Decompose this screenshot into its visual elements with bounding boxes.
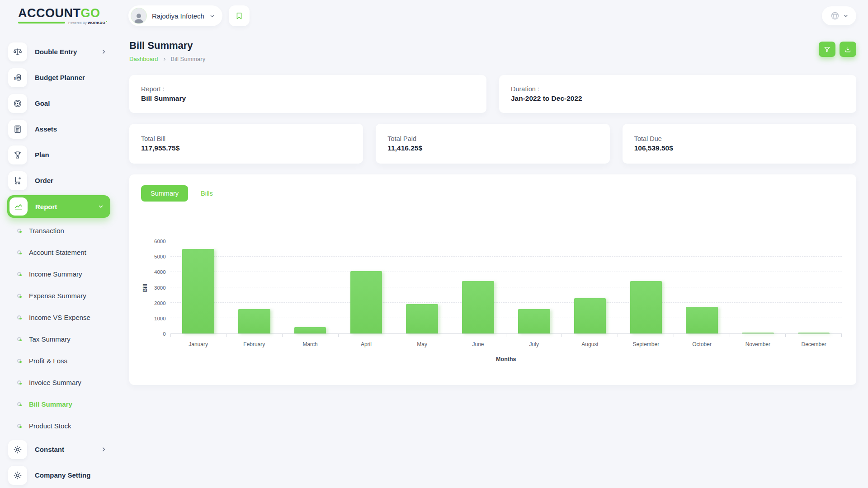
chart-line-icon (9, 197, 28, 216)
chart-bar-column (674, 241, 730, 333)
sidebar-item-constant[interactable]: Constant (7, 436, 111, 462)
cart-icon (8, 171, 27, 190)
coins-icon: $ (8, 68, 27, 87)
total-paid-card: Total Paid 11,416.25$ (376, 124, 609, 164)
bullet-icon (17, 250, 21, 254)
chart-bar-september[interactable] (630, 281, 662, 333)
filter-button[interactable] (819, 42, 835, 57)
sidebar-subitem-label: Tax Summary (29, 335, 71, 343)
company-name: Rajodiya Infotech (152, 12, 204, 20)
x-axis-title: Months (170, 356, 842, 362)
report-info-card: Report : Bill Summary (129, 75, 486, 113)
chevron-right-icon (101, 446, 107, 452)
sidebar-item-order[interactable]: Order (7, 168, 111, 193)
sidebar-subitem-account-statement[interactable]: Account Statement (7, 241, 111, 263)
chart-bar-december[interactable] (798, 333, 830, 333)
x-axis-tick-label: April (338, 341, 394, 347)
chart-bar-february[interactable] (238, 309, 270, 333)
axis-tick (226, 334, 283, 337)
bookmark-button[interactable] (229, 5, 250, 26)
sidebar-subitem-tax-summary[interactable]: Tax Summary (7, 328, 111, 350)
stat-value: 11,416.25$ (387, 144, 598, 152)
axis-tick (562, 334, 618, 337)
sidebar-item-budget-planner[interactable]: $ Budget Planner (7, 65, 111, 90)
sidebar-subitem-income-vs-expense[interactable]: Income VS Expense (7, 306, 111, 328)
axis-tick (730, 334, 786, 337)
sidebar-item-report[interactable]: Report (7, 195, 110, 218)
sidebar-subitem-income-summary[interactable]: Income Summary (7, 263, 111, 285)
stat-value: 106,539.50$ (634, 144, 844, 152)
sidebar-item-goal[interactable]: Goal (7, 90, 111, 116)
chart-bar-march[interactable] (294, 327, 326, 333)
chart-bar-april[interactable] (350, 271, 382, 333)
axis-tick (394, 334, 450, 337)
stat-cards-row: Total Bill 117,955.75$ Total Paid 11,416… (129, 124, 856, 164)
bullet-icon (17, 272, 21, 276)
sidebar-item-double-entry[interactable]: Double Entry (7, 39, 111, 65)
sidebar-item-label: Constant (35, 446, 64, 453)
bookmark-icon (235, 11, 244, 20)
chart-bar-june[interactable] (462, 281, 494, 333)
sidebar-subitem-transaction[interactable]: Transaction (7, 220, 111, 241)
breadcrumb-dashboard-link[interactable]: Dashboard (129, 56, 158, 62)
report-submenu: TransactionAccount StatementIncome Summa… (7, 220, 111, 436)
axis-tick (786, 334, 842, 337)
duration-label: Duration : (511, 85, 844, 93)
y-axis-tick-label: 3000 (154, 285, 166, 291)
sidebar-subitem-expense-summary[interactable]: Expense Summary (7, 285, 111, 306)
chevron-down-icon (209, 13, 215, 19)
brand-logo[interactable]: ACCOUNTGO Powered By WORKDO (18, 7, 118, 25)
brand-name: ACCOUNTGO (18, 7, 118, 19)
sidebar-item-assets[interactable]: Assets (7, 116, 111, 142)
tab-bills[interactable]: Bills (201, 190, 213, 197)
bar-chart: Bill 0100020003000400050006000 JanuaryFe… (141, 241, 844, 362)
sidebar-subitem-profit-loss[interactable]: Profit & Loss (7, 350, 111, 371)
report-value: Bill Summary (141, 94, 475, 103)
main-content: Bill Summary Dashboard Bill Summary (116, 32, 868, 488)
gear-icon (8, 440, 27, 459)
sidebar-item-company-setting[interactable]: Company Setting (7, 462, 111, 488)
chart-bar-october[interactable] (686, 307, 718, 334)
sidebar-item-label: Double Entry (35, 48, 77, 56)
chart-bar-january[interactable] (182, 249, 214, 333)
stat-value: 117,955.75$ (141, 144, 351, 152)
sidebar-subitem-bill-summary[interactable]: Bill Summary (7, 393, 111, 415)
chart-bar-column (786, 241, 842, 333)
chart-bar-column (170, 241, 226, 333)
x-axis-tick-label: September (618, 341, 674, 347)
sidebar-subitem-product-stock[interactable]: Product Stock (7, 415, 111, 436)
bullet-icon (17, 402, 21, 406)
chart-bars (170, 241, 842, 333)
sidebar-item-label: Budget Planner (35, 74, 85, 81)
sidebar-item-plan[interactable]: Plan (7, 142, 111, 168)
sidebar-subitem-invoice-summary[interactable]: Invoice Summary (7, 371, 111, 393)
total-due-card: Total Due 106,539.50$ (623, 124, 856, 164)
chart-bar-november[interactable] (742, 333, 774, 333)
logo-underline (18, 22, 65, 23)
chart-bar-may[interactable] (406, 304, 438, 333)
x-axis-tick-label: November (730, 341, 786, 347)
axis-tick (339, 334, 395, 337)
y-axis-title: Bill (141, 241, 150, 334)
calculator-icon (8, 120, 27, 139)
stat-label: Total Paid (387, 135, 598, 142)
chart-bar-column (226, 241, 282, 333)
chart-bar-july[interactable] (518, 309, 550, 333)
filter-icon (823, 46, 831, 53)
download-button[interactable] (840, 42, 856, 57)
tab-summary[interactable]: Summary (141, 185, 188, 202)
x-axis-ticks (170, 334, 842, 337)
duration-info-card: Duration : Jan-2022 to Dec-2022 (499, 75, 856, 113)
axis-tick (283, 334, 339, 337)
x-axis-tick-label: December (786, 341, 842, 347)
brand-name-primary: ACCOUNT (18, 6, 81, 20)
bullet-icon (17, 315, 21, 319)
sidebar-subitem-label: Expense Summary (29, 292, 86, 300)
sidebar-subitem-label: Income Summary (29, 270, 82, 278)
chart-bar-column (506, 241, 562, 333)
chart-bar-column (730, 241, 786, 333)
language-selector[interactable] (822, 6, 856, 25)
chart-bar-august[interactable] (574, 298, 606, 333)
bullet-icon (17, 359, 21, 363)
company-selector[interactable]: Rajodiya Infotech (128, 5, 222, 26)
